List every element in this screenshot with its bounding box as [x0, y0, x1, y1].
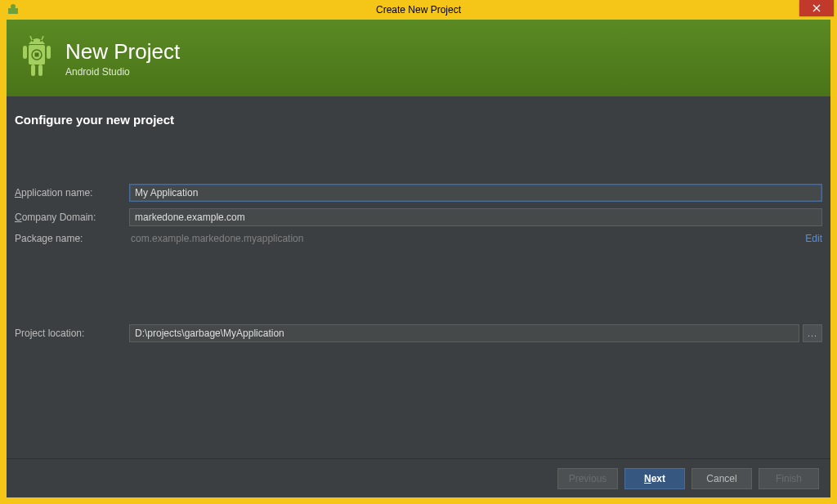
- close-button[interactable]: [799, 0, 834, 16]
- section-heading: Configure your new project: [15, 113, 822, 127]
- android-robot-icon: [18, 36, 56, 80]
- row-application-name: Application name:: [15, 184, 822, 202]
- cancel-button[interactable]: Cancel: [692, 468, 752, 489]
- next-button[interactable]: Next: [624, 468, 685, 489]
- svg-point-12: [40, 40, 42, 42]
- android-studio-app-icon: [7, 3, 20, 16]
- label-company-domain: Company Domain:: [15, 212, 129, 223]
- dialog-body: New Project Android Studio Configure you…: [7, 20, 830, 497]
- project-location-input[interactable]: [129, 324, 799, 342]
- close-icon: [812, 2, 821, 15]
- ellipsis-icon: ...: [808, 328, 817, 338]
- svg-rect-14: [35, 53, 39, 57]
- svg-rect-0: [8, 8, 18, 14]
- window-title: Create New Project: [376, 4, 461, 16]
- label-project-location: Project location:: [15, 328, 129, 339]
- svg-rect-6: [47, 46, 51, 59]
- banner-subtitle: Android Studio: [65, 66, 180, 78]
- svg-rect-8: [38, 65, 43, 76]
- row-package-name: Package name: com.example.markedone.myap…: [15, 233, 822, 244]
- application-name-input[interactable]: [129, 184, 822, 202]
- banner-title: New Project: [65, 39, 180, 65]
- label-application-name: Application name:: [15, 187, 129, 198]
- row-company-domain: Company Domain:: [15, 208, 822, 226]
- label-package-name: Package name:: [15, 233, 129, 244]
- content-area: Configure your new project Application n…: [7, 96, 830, 458]
- svg-line-9: [30, 36, 32, 40]
- svg-point-11: [32, 40, 34, 42]
- company-domain-input[interactable]: [129, 208, 822, 226]
- svg-line-10: [42, 36, 43, 40]
- previous-button: Previous: [557, 468, 618, 489]
- edit-package-link[interactable]: Edit: [805, 233, 822, 244]
- svg-rect-5: [23, 46, 27, 59]
- banner: New Project Android Studio: [7, 20, 830, 96]
- svg-rect-7: [31, 65, 35, 76]
- browse-location-button[interactable]: ...: [803, 324, 822, 342]
- footer: Previous Next Cancel Finish: [7, 458, 830, 497]
- package-name-value: com.example.markedone.myapplication: [129, 233, 797, 244]
- finish-button: Finish: [759, 468, 819, 489]
- row-project-location: Project location: ...: [15, 324, 822, 342]
- svg-point-1: [11, 4, 16, 9]
- window-frame: Create New Project: [0, 0, 837, 504]
- titlebar: Create New Project: [0, 0, 837, 20]
